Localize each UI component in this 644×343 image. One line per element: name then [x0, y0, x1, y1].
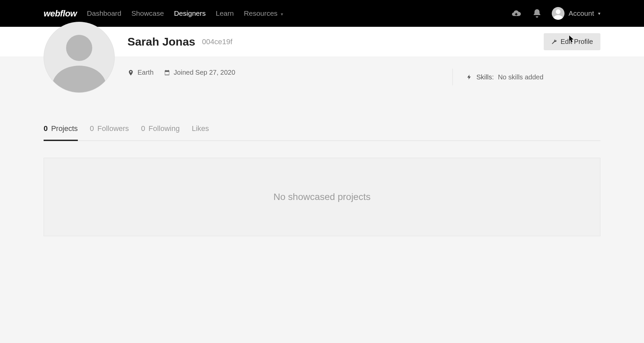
top-nav: webflow Dashboard Showcase Designers Lea…	[0, 0, 644, 27]
nav-link-resources-label: Resources	[244, 9, 277, 17]
nav-link-learn[interactable]: Learn	[216, 9, 234, 17]
profile-meta: Earth Joined Sep 27, 2020 Skills: No ski…	[0, 57, 644, 99]
empty-projects: No showcased projects	[44, 158, 600, 236]
skills-value: No skills added	[498, 73, 543, 81]
skills-block: Skills: No skills added	[452, 69, 600, 85]
tab-projects-label: Projects	[51, 124, 77, 133]
profile-avatar[interactable]	[44, 22, 115, 93]
lightning-icon	[466, 74, 472, 80]
nav-right: Account ▾	[510, 7, 600, 20]
tab-projects-count: 0	[44, 124, 48, 133]
caret-down-icon: ▾	[598, 11, 600, 16]
logo[interactable]: webflow	[44, 8, 77, 19]
tab-likes[interactable]: Likes	[192, 119, 209, 141]
empty-projects-text: No showcased projects	[273, 192, 370, 202]
cloud-add-icon[interactable]	[510, 7, 522, 19]
tab-projects[interactable]: 0 Projects	[44, 119, 78, 141]
location-text: Earth	[138, 69, 154, 76]
nav-link-resources[interactable]: Resources ▾	[244, 9, 283, 17]
avatar-icon	[552, 7, 565, 20]
tabs: 0 Projects 0 Followers 0 Following Likes	[44, 119, 600, 141]
joined-text: Joined Sep 27, 2020	[174, 69, 235, 76]
account-menu[interactable]: Account ▾	[552, 7, 600, 20]
calendar-icon	[164, 69, 170, 76]
skills-label: Skills:	[476, 73, 494, 81]
bell-icon[interactable]	[531, 7, 543, 19]
nav-left: webflow Dashboard Showcase Designers Lea…	[44, 8, 283, 19]
location-item: Earth	[127, 69, 154, 76]
account-label: Account	[569, 9, 594, 17]
nav-link-dashboard[interactable]: Dashboard	[87, 9, 121, 17]
profile-id: 004ce19f	[202, 38, 232, 46]
tab-followers[interactable]: 0 Followers	[90, 119, 129, 141]
meta-left: Earth Joined Sep 27, 2020	[127, 69, 235, 76]
profile-name: Sarah Jonas	[127, 35, 195, 48]
caret-down-icon: ▾	[281, 11, 283, 17]
tab-following[interactable]: 0 Following	[141, 119, 179, 141]
location-icon	[127, 69, 134, 76]
wrench-icon	[551, 39, 557, 45]
nav-link-designers[interactable]: Designers	[174, 9, 206, 17]
joined-item: Joined Sep 27, 2020	[164, 69, 235, 76]
edit-profile-button[interactable]: Edit Profile	[544, 33, 600, 50]
content: 0 Projects 0 Followers 0 Following Likes…	[0, 119, 644, 236]
edit-profile-label: Edit Profile	[560, 38, 593, 46]
tab-likes-label: Likes	[192, 124, 209, 133]
tab-followers-count: 0	[90, 124, 94, 133]
tab-following-label: Following	[149, 124, 180, 133]
tab-followers-label: Followers	[97, 124, 129, 133]
tab-following-count: 0	[141, 124, 145, 133]
nav-link-showcase[interactable]: Showcase	[131, 9, 164, 17]
